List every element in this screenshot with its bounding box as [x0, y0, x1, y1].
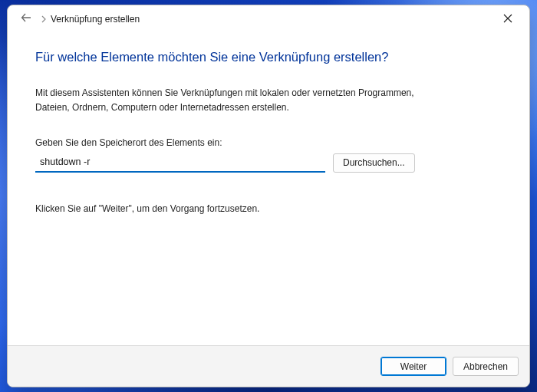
- create-shortcut-dialog: Verknüpfung erstellen Für welche Element…: [7, 5, 530, 387]
- wizard-content: Für welche Elemente möchten Sie eine Ver…: [8, 33, 529, 345]
- page-description: Mit diesem Assistenten können Sie Verknü…: [35, 86, 434, 114]
- next-button[interactable]: Weiter: [381, 357, 446, 376]
- cancel-button[interactable]: Abbrechen: [453, 357, 519, 376]
- continue-hint: Klicken Sie auf "Weiter", um den Vorgang…: [35, 203, 502, 214]
- close-icon: [503, 12, 512, 26]
- breadcrumb-separator: [37, 12, 51, 26]
- dialog-footer: Weiter Abbrechen: [8, 345, 529, 387]
- location-label: Geben Sie den Speicherort des Elements e…: [35, 137, 502, 148]
- back-button[interactable]: [15, 8, 37, 30]
- location-input[interactable]: [35, 153, 325, 173]
- close-button[interactable]: [491, 8, 525, 31]
- back-arrow-icon: [20, 12, 32, 27]
- titlebar: Verknüpfung erstellen: [8, 5, 529, 33]
- page-headline: Für welche Elemente möchten Sie eine Ver…: [35, 50, 502, 64]
- location-row: Durchsuchen...: [35, 153, 502, 173]
- breadcrumb-title: Verknüpfung erstellen: [51, 14, 140, 25]
- chevron-right-icon: [40, 12, 48, 26]
- browse-button[interactable]: Durchsuchen...: [333, 153, 415, 173]
